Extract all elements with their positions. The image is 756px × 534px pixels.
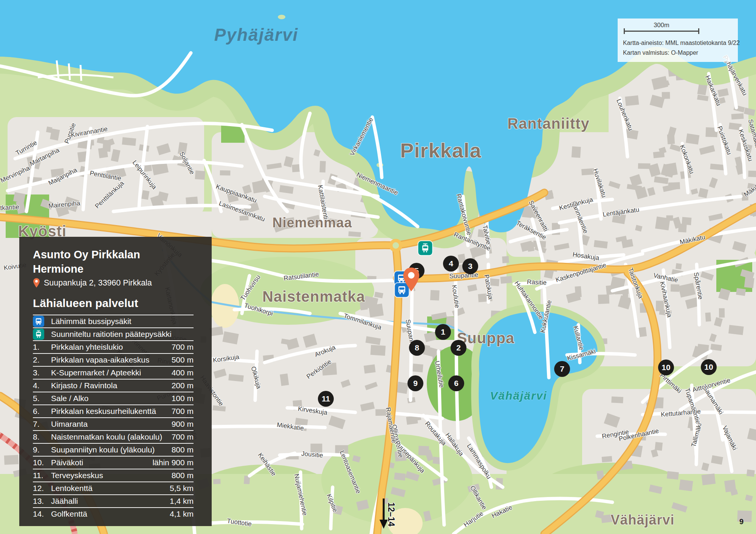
transit-row: Suunniteltu raitiotien päätepysäkki (33, 327, 194, 340)
district-label: Vähäjärvi (610, 512, 674, 528)
street-label: Tallimäki (690, 422, 703, 448)
service-name: Pirkkalan keskusurheilukenttä (51, 407, 172, 416)
service-name: Naistenmatkan koulu (alakoulu) (51, 432, 172, 441)
service-name: Golfkenttä (51, 509, 170, 519)
map-marker-1: 1 (435, 324, 451, 340)
service-row: 2.Pirkkalan vapaa-aikakeskus500 m (33, 353, 194, 366)
service-number: 11. (33, 471, 51, 480)
bus-icon (33, 316, 44, 327)
map-marker-6: 6 (448, 375, 464, 391)
service-number: 8. (33, 432, 51, 441)
service-distance: 700 m (172, 407, 194, 416)
street-label: Puistokatu (716, 125, 733, 156)
service-name: Päiväkoti (51, 458, 152, 467)
street-label: Mäkikatu (742, 177, 756, 198)
street-label: Olkikuja (249, 366, 263, 390)
service-number: 14. (33, 509, 51, 519)
services-list: Lähimmät bussipysäkitSuunniteltu raitiot… (33, 315, 194, 520)
service-distance: 800 m (172, 471, 194, 480)
services-panel: Asunto Oy Pirkkalan Hermione Suupankuja … (19, 237, 212, 526)
map-marker-7: 7 (554, 361, 570, 377)
street-label: Lentäjänkatu (602, 206, 640, 218)
street-label: Huvilakatu (591, 168, 608, 199)
street-label: Mervinpiha (0, 164, 31, 184)
street-label: Saunamäki (701, 385, 725, 416)
service-name: K-Supermarket / Apteekki (51, 368, 172, 377)
street-label: Urheilutie (433, 360, 445, 388)
transit-label: Suunniteltu raitiotien päätepysäkki (51, 330, 194, 339)
street-label: Haikankatu (703, 74, 722, 107)
scale-bar: 300m (624, 22, 699, 35)
service-distance: 200 m (172, 381, 194, 390)
service-distance: 4,1 km (170, 509, 194, 519)
service-row: 5.Sale / Alko100 m (33, 392, 194, 404)
street-label: Kullantie (572, 325, 585, 351)
service-number: 10. (33, 458, 51, 467)
service-distance: 1,4 km (170, 497, 194, 506)
map-marker-4: 4 (443, 256, 459, 272)
street-label: Spårentie (692, 272, 704, 300)
street-label: Keihästie (256, 452, 277, 478)
map-legend: 300m Kartta-aineisto: MML maastotietokan… (618, 19, 738, 62)
scale-label: 300m (624, 22, 699, 29)
street-label: Rantakoivuntie (455, 193, 473, 236)
map-marker-10: 10 (701, 359, 717, 375)
street-label: Tuottotie (226, 517, 252, 528)
street-label: Kivihaankuja (658, 281, 673, 318)
transit-row: Lähimmät bussipysäkit (33, 315, 194, 327)
tram-stop-icon (418, 241, 432, 255)
service-name: Pirkkalan yhteislukio (51, 343, 172, 352)
service-distance: 5,5 km (170, 484, 194, 493)
district-label: Naistenmatka (262, 288, 365, 305)
street-label: Tupamäentie (683, 387, 702, 425)
street-label: Arokuja (314, 344, 337, 359)
street-label: Tommilankuja (342, 312, 382, 331)
service-distance: 700 m (172, 343, 194, 352)
street-label: Maijanpiha (47, 166, 78, 187)
service-row: 4.Kirjasto / Ravintola200 m (33, 379, 194, 392)
street-label: Patokuja (482, 274, 494, 300)
page-number: 9 (739, 517, 744, 526)
service-row: 13.Jäähalli1,4 km (33, 494, 194, 507)
street-label: Martanpiha (29, 147, 61, 168)
service-row: 12.Lentokenttä5,5 km (33, 482, 194, 494)
street-label: Niemenmaantie (355, 171, 399, 197)
street-label: Pirttimäki (658, 372, 683, 395)
street-label: Louhenkatu (615, 98, 634, 132)
service-number: 4. (33, 381, 51, 390)
map-marker-9: 9 (407, 375, 423, 391)
street-label: Kaskenpolttajantie (555, 261, 607, 284)
attribution-line: Kartta-aineisto: MML maastotietokanta 9/… (623, 38, 733, 48)
street-label: Taistonkuja (626, 267, 644, 300)
service-distance: 900 m (172, 420, 194, 429)
service-row: 14.Golfkenttä4,1 km (33, 507, 194, 520)
service-name: Sale / Alko (51, 394, 172, 403)
scale-bar-line (624, 31, 699, 32)
street-label: Leipurinkuja (131, 159, 158, 191)
street-label: Perkiöntie (305, 358, 333, 381)
range-arrow-label: 12–14 (386, 502, 396, 526)
service-number: 2. (33, 355, 51, 364)
service-distance: 100 m (172, 394, 194, 403)
street-label: Lammaspolku (465, 443, 493, 480)
service-number: 12. (33, 484, 51, 493)
service-row: 1.Pirkkalan yhteislukio700 m (33, 340, 194, 353)
street-label: Koulutie (450, 284, 461, 309)
tram-icon (33, 329, 44, 340)
street-label: Naistenmatkantie (0, 204, 19, 214)
service-row: 8.Naistenmatkan koulu (alakoulu)700 m (33, 430, 194, 443)
street-label: Kirveskuja (297, 405, 328, 417)
service-number: 3. (33, 368, 51, 377)
water-label: Pyhäjärvi (214, 25, 299, 45)
street-label: Soljantie (178, 151, 196, 176)
district-label: Pirkkala (400, 139, 481, 162)
service-distance: 400 m (172, 368, 194, 377)
offmap-range-arrow: 12–14 (378, 498, 389, 531)
map-marker-10: 10 (658, 360, 674, 375)
street-label: Miekkatie (276, 421, 304, 432)
street-label: Hakatie (491, 504, 514, 520)
service-number: 6. (33, 407, 51, 416)
service-name: Kirjasto / Ravintola (51, 381, 172, 390)
transit-label: Lähimmät bussipysäkit (51, 317, 194, 326)
water-label: Vähäjärvi (490, 389, 547, 402)
